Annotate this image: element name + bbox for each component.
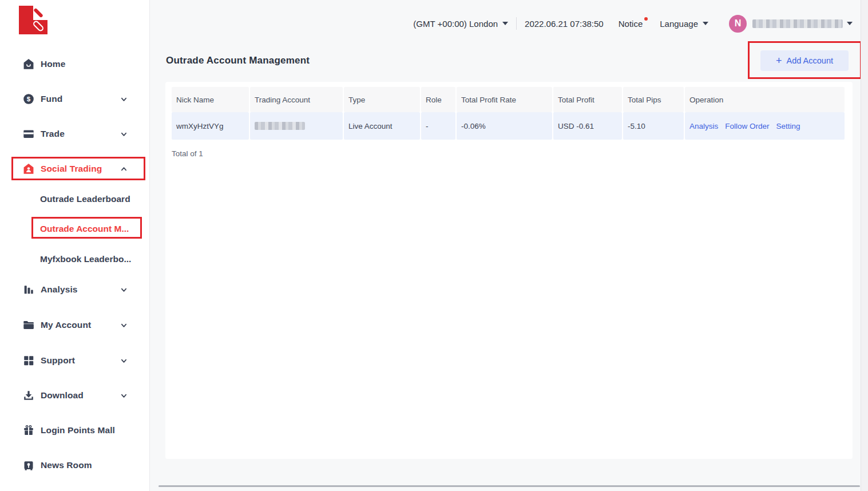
brand-logo-slash2-icon: [32, 20, 45, 33]
table-header-row: Nick Name Trading Account Type Role Tota…: [172, 87, 845, 112]
server-datetime: 2022.06.21 07:38:50: [525, 19, 604, 29]
user-menu-caret-icon[interactable]: [847, 22, 853, 25]
topbar-divider: [516, 17, 517, 30]
brand-logo[interactable]: [19, 6, 47, 34]
gift-icon: [22, 423, 35, 437]
sidebar-item-label: My Account: [41, 320, 91, 330]
cell-nick-name: wmXyHztVYg: [172, 112, 249, 140]
cell-total-pips: -5.10: [623, 112, 684, 140]
column-header-operation: Operation: [685, 87, 845, 112]
sidebar-item-analysis[interactable]: Analysis: [0, 281, 150, 298]
news-room-badge-icon: [22, 458, 35, 472]
folder-icon: [22, 318, 35, 332]
sidebar-item-trade[interactable]: Trade: [0, 125, 150, 142]
sidebar-subitem-label: Outrade Account M...: [40, 224, 129, 234]
sidebar-item-label: Support: [41, 355, 75, 366]
page-title: Outrade Account Management: [166, 55, 310, 66]
notice-unread-dot: [644, 17, 648, 21]
chevron-down-icon: [120, 286, 128, 296]
trade-icon: [22, 127, 35, 141]
add-account-label: Add Account: [787, 56, 833, 65]
plus-icon: +: [776, 56, 782, 66]
timezone-label: (GMT +00:00) London: [413, 19, 498, 29]
setting-link[interactable]: Setting: [776, 122, 800, 130]
chevron-down-icon: [120, 130, 128, 140]
sidebar-item-login-points-mall[interactable]: Login Points Mall: [0, 422, 150, 439]
chevron-down-icon: [120, 321, 128, 331]
sidebar-subitem-label: Myfxbook Leaderbo...: [40, 254, 131, 264]
trading-account-redacted: [255, 122, 305, 130]
column-header-total-pips: Total Pips: [623, 87, 684, 112]
sidebar-subitem-myfxbook-leaderboard[interactable]: Myfxbook Leaderbo...: [40, 252, 131, 267]
language-label: Language: [660, 19, 698, 29]
cell-type: Live Account: [344, 112, 420, 140]
caret-down-icon: [502, 22, 508, 25]
sidebar-item-social-trading[interactable]: Social Trading: [0, 160, 150, 177]
bottom-divider: [158, 485, 860, 487]
column-header-role: Role: [421, 87, 455, 112]
caret-down-icon: [703, 22, 708, 25]
cell-role: -: [421, 112, 455, 140]
topbar: (GMT +00:00) London 2022.06.21 07:38:50 …: [395, 14, 853, 33]
analysis-link[interactable]: Analysis: [689, 122, 718, 130]
column-header-type: Type: [344, 87, 420, 112]
home-icon: [22, 57, 35, 71]
sidebar-item-label: Fund: [41, 94, 62, 104]
chevron-down-icon: [120, 95, 128, 105]
column-header-trading-account: Trading Account: [250, 87, 343, 112]
column-header-total-profit-rate: Total Profit Rate: [457, 87, 552, 112]
sidebar-item-label: Download: [41, 390, 84, 401]
sidebar-item-news-room[interactable]: News Room: [0, 457, 150, 474]
sidebar-item-my-account[interactable]: My Account: [0, 316, 150, 334]
chevron-down-icon: [120, 391, 128, 402]
fund-icon: $: [22, 92, 35, 106]
svg-text:$: $: [27, 96, 31, 102]
add-account-button[interactable]: + Add Account: [760, 50, 849, 71]
follow-order-link[interactable]: Follow Order: [725, 122, 769, 130]
social-trading-house-person-icon: [22, 162, 35, 176]
chevron-down-icon: [120, 357, 128, 367]
sidebar-item-label: Home: [41, 59, 65, 69]
sidebar-item-support[interactable]: Support: [0, 352, 150, 369]
grid-icon: [22, 354, 35, 367]
notice-label: Notice: [619, 19, 643, 29]
vertical-scrollbar[interactable]: [861, 0, 868, 491]
sidebar-item-download[interactable]: Download: [0, 387, 150, 404]
avatar[interactable]: N: [729, 15, 747, 33]
cell-total-profit-rate: -0.06%: [457, 112, 552, 140]
column-header-nick-name: Nick Name: [172, 87, 249, 112]
chevron-up-icon: [120, 165, 128, 175]
sidebar-subitem-outrade-account-management[interactable]: Outrade Account M...: [40, 221, 129, 236]
cell-total-profit: USD -0.61: [553, 112, 622, 140]
sidebar-item-label: Social Trading: [41, 164, 102, 174]
sidebar-subitem-outrade-leaderboard[interactable]: Outrade Leaderboard: [40, 192, 130, 207]
timezone-selector[interactable]: (GMT +00:00) London: [413, 19, 508, 29]
sidebar-subitem-label: Outrade Leaderboard: [40, 194, 130, 204]
sidebar-item-label: Analysis: [41, 284, 78, 295]
column-header-total-profit: Total Profit: [553, 87, 622, 112]
accounts-table: Nick Name Trading Account Type Role Tota…: [172, 87, 845, 140]
sidebar-item-label: Trade: [41, 129, 65, 139]
sidebar-item-label: Login Points Mall: [41, 425, 115, 435]
content-card: Nick Name Trading Account Type Role Tota…: [165, 82, 853, 459]
notice-link[interactable]: Notice: [619, 19, 643, 29]
bar-chart-icon: [22, 283, 35, 296]
cell-operations: Analysis Follow Order Setting: [685, 112, 845, 140]
sidebar-item-fund[interactable]: $ Fund: [0, 90, 150, 108]
username-redacted[interactable]: [752, 19, 843, 28]
download-icon: [22, 389, 35, 402]
table-row: wmXyHztVYg Live Account - -0.06% USD -0.…: [172, 112, 845, 140]
cell-trading-account: [250, 112, 343, 140]
sidebar-item-label: News Room: [41, 460, 92, 470]
language-selector[interactable]: Language: [660, 19, 708, 29]
sidebar-item-home[interactable]: Home: [0, 56, 150, 73]
sidebar: Home $ Fund Trade Social Trading Outrade…: [0, 0, 150, 491]
total-count-text: Total of 1: [172, 149, 203, 158]
